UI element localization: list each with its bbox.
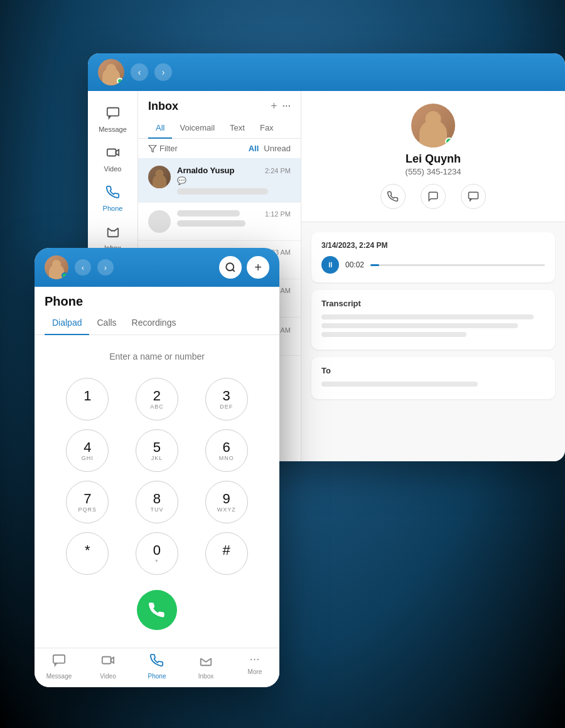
dial-num: 9 <box>223 491 230 506</box>
audio-player: ⏸ 00:02 <box>321 256 545 274</box>
tablet-header: ‹ › <box>88 53 565 91</box>
dial-key-9[interactable]: 9 WXYZ <box>205 481 248 523</box>
dial-key-2[interactable]: 2 ABC <box>136 378 178 420</box>
dial-key-star[interactable]: * <box>66 532 109 575</box>
contact-header: Lei Quynh (555) 345-1234 <box>301 91 565 222</box>
sidebar-item-video[interactable]: Video <box>92 141 134 178</box>
dial-key-1[interactable]: 1 <box>66 378 109 420</box>
recording-card: 3/14/2023, 2:24 PM ⏸ 00:02 <box>311 232 555 282</box>
tablet-back-button[interactable]: ‹ <box>131 63 148 81</box>
chat-action-button[interactable] <box>421 184 446 209</box>
conversation-item[interactable]: Arnaldo Yusup 2:24 PM 💬 <box>138 158 301 203</box>
phone-forward-button[interactable]: › <box>97 259 114 276</box>
pause-button[interactable]: ⏸ <box>321 256 339 274</box>
bottom-nav-phone[interactable]: Phone <box>132 653 181 680</box>
tab-fax[interactable]: Fax <box>252 118 281 139</box>
to-line <box>321 382 478 387</box>
inbox-icon <box>106 225 120 242</box>
add-icon: + <box>254 260 262 275</box>
conversation-time: 1:12 PM <box>265 210 291 218</box>
phone-title: Phone <box>45 294 269 309</box>
number-input[interactable] <box>45 345 269 368</box>
bottom-video-icon <box>101 653 115 671</box>
message-type-icon: 💬 <box>177 176 291 186</box>
sidebar-item-message[interactable]: Message <box>92 101 134 138</box>
dial-sub: JKL <box>151 455 163 461</box>
tab-calls[interactable]: Calls <box>89 311 124 335</box>
tab-voicemail[interactable]: Voicemail <box>172 118 222 139</box>
conversation-preview <box>177 220 245 227</box>
bottom-nav-more[interactable]: ··· More <box>230 653 279 680</box>
audio-progress-bar[interactable] <box>370 264 545 266</box>
audio-duration: 00:02 <box>345 260 364 269</box>
inbox-title: Inbox <box>148 100 178 113</box>
tab-dialpad[interactable]: Dialpad <box>45 311 89 335</box>
contact-avatar-placeholder <box>148 210 171 233</box>
dial-num: 1 <box>83 388 91 404</box>
dial-key-hash[interactable]: # <box>205 532 248 575</box>
dial-sub <box>87 404 89 410</box>
bottom-nav-inbox[interactable]: Inbox <box>181 653 230 680</box>
filter-all[interactable]: All <box>249 144 259 153</box>
online-status-dot <box>117 78 123 84</box>
conversation-name-row: Arnaldo Yusup 2:24 PM <box>177 166 291 175</box>
phone-tabs: Dialpad Calls Recordings <box>35 311 279 335</box>
transcript-line <box>321 332 466 337</box>
sidebar-item-phone[interactable]: Phone <box>92 180 134 217</box>
dial-num: 6 <box>223 440 230 455</box>
video-icon <box>106 146 120 163</box>
tablet-user-avatar <box>98 59 124 85</box>
filter-control[interactable]: Filter <box>148 144 178 153</box>
dial-key-7[interactable]: 7 PQRS <box>66 481 109 523</box>
conversation-name-row: 1:12 PM <box>177 210 291 218</box>
dial-sub: DEF <box>220 404 233 410</box>
inbox-header: Inbox + ··· <box>138 91 301 113</box>
bottom-nav-video[interactable]: Video <box>83 653 132 680</box>
call-action-button[interactable] <box>380 184 406 209</box>
tablet-forward-button[interactable]: › <box>154 63 172 81</box>
dial-sub: TUV <box>150 506 163 513</box>
conversation-item[interactable]: 1:12 PM <box>138 203 301 241</box>
svg-rect-6 <box>102 657 111 664</box>
call-button[interactable] <box>137 590 177 630</box>
dial-key-4[interactable]: 4 GHI <box>66 429 109 472</box>
to-card: To <box>311 357 555 399</box>
dial-key-8[interactable]: 8 TUV <box>136 481 178 523</box>
phone-user-avatar <box>45 255 68 279</box>
svg-marker-2 <box>149 145 156 152</box>
dial-sub: WXYZ <box>217 506 236 513</box>
conversation-content: 1:12 PM <box>177 210 291 227</box>
dial-sub <box>225 558 228 564</box>
message-action-button[interactable] <box>461 184 486 209</box>
phone-app: ‹ › + Phone Dialpad Calls Recordings 1 <box>35 248 279 687</box>
dial-sub: PQRS <box>78 506 97 513</box>
dial-key-5[interactable]: 5 JKL <box>136 429 178 472</box>
dial-num: 7 <box>83 491 91 506</box>
dial-num: 5 <box>153 440 161 455</box>
filter-unread[interactable]: Unread <box>264 144 291 153</box>
contact-avatar <box>148 166 171 188</box>
conversation-name: Arnaldo Yusup <box>177 166 235 175</box>
dial-key-0[interactable]: 0 + <box>136 532 178 575</box>
dial-num: 0 <box>153 543 161 558</box>
phone-title-bar: Phone <box>35 287 279 311</box>
dial-key-6[interactable]: 6 MNO <box>205 429 248 472</box>
tab-text[interactable]: Text <box>222 118 252 139</box>
dial-num: 8 <box>153 491 161 506</box>
dial-key-3[interactable]: 3 DEF <box>205 378 248 420</box>
phone-bottom-nav: Message Video Phone Inbox ··· More <box>35 648 279 687</box>
search-button[interactable] <box>219 256 242 279</box>
dial-sub <box>87 558 89 564</box>
more-options-icon[interactable]: ··· <box>282 100 291 113</box>
phone-header-actions: + <box>219 256 269 279</box>
dialpad-grid: 1 2 ABC 3 DEF 4 GHI 5 JKL <box>45 378 269 575</box>
phone-back-button[interactable]: ‹ <box>75 259 91 276</box>
message-icon <box>106 106 120 123</box>
add-button[interactable]: + <box>247 256 269 279</box>
bottom-nav-message[interactable]: Message <box>35 653 83 680</box>
svg-point-4 <box>226 263 234 270</box>
add-conversation-icon[interactable]: + <box>271 100 277 113</box>
filter-options: All Unread <box>249 144 291 153</box>
tab-all[interactable]: All <box>148 118 172 139</box>
tab-recordings[interactable]: Recordings <box>124 311 184 335</box>
